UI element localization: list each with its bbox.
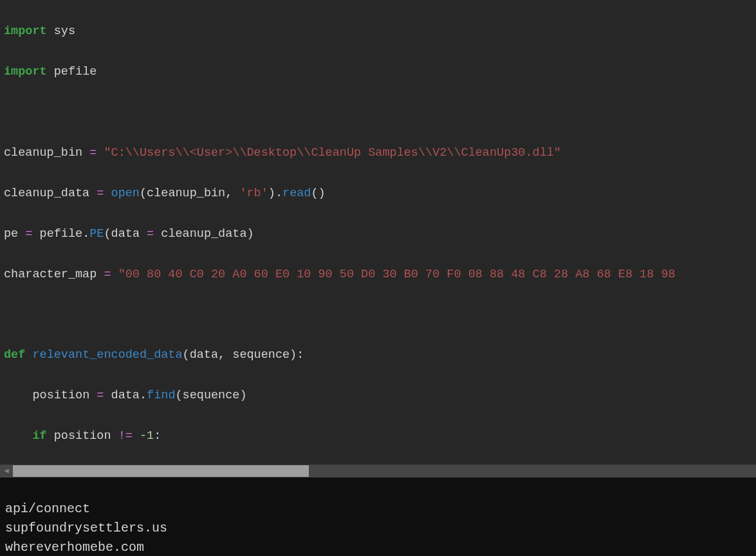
code-line: if position != -1: xyxy=(4,426,751,446)
code-line xyxy=(4,102,751,122)
code-line: import sys xyxy=(4,21,751,41)
code-line: import pefile xyxy=(4,62,751,82)
scroll-track[interactable] xyxy=(13,465,756,477)
console-line: supfoundrysettlers.us xyxy=(5,521,167,535)
horizontal-scrollbar[interactable]: ◀ xyxy=(0,465,756,477)
code-line: cleanup_data = open(cleanup_bin, 'rb').r… xyxy=(4,183,751,203)
code-line: def relevant_encoded_data(data, sequence… xyxy=(4,345,751,365)
console-line: api/connect xyxy=(5,501,90,516)
code-line: cleanup_bin = "C:\\Users\\<User>\\Deskto… xyxy=(4,143,751,163)
scroll-left-icon[interactable]: ◀ xyxy=(0,465,13,477)
code-line xyxy=(4,305,751,325)
scroll-thumb[interactable] xyxy=(13,465,309,477)
code-line: position = data.find(sequence) xyxy=(4,385,751,405)
console-line: whereverhomebe.com xyxy=(5,540,144,555)
code-line: character_map = "00 80 40 C0 20 A0 60 E0… xyxy=(4,264,751,284)
code-editor[interactable]: import sys import pefile cleanup_bin = "… xyxy=(0,0,756,465)
code-line: pe = pefile.PE(data = cleanup_data) xyxy=(4,224,751,244)
output-console: api/connect supfoundrysettlers.us wherev… xyxy=(0,477,756,556)
